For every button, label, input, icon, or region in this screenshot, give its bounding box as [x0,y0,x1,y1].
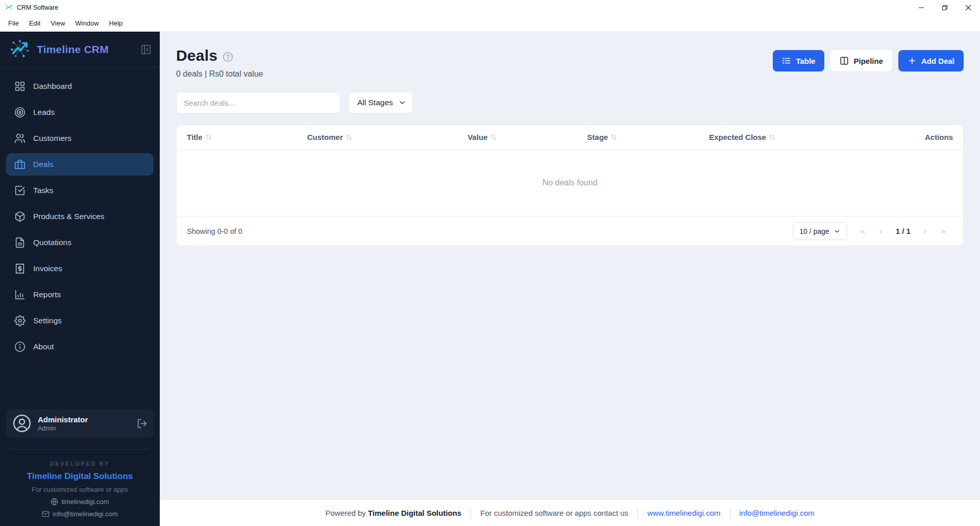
deals-table-card: TitleCustomerValueStageExpected CloseAct… [176,125,964,246]
empty-row: No deals found [177,150,963,216]
column-header-title[interactable]: Title [177,125,297,150]
next-page-button[interactable]: › [917,226,934,236]
add-deal-button[interactable]: Add Deal [898,50,964,71]
briefcase-icon [14,159,26,170]
chevron-down-icon [398,99,406,107]
footer-website-link[interactable]: www.timelinedigi.com [647,509,720,517]
menu-file[interactable]: File [3,17,24,30]
page-indicator: 1 / 1 [890,227,917,235]
sidebar-item-settings[interactable]: Settings [6,309,154,332]
window-title: CRM Software [17,4,58,11]
package-icon [14,211,26,222]
columns-icon [840,56,849,65]
column-header-customer[interactable]: Customer [297,125,457,150]
gear-icon [14,315,26,326]
bar-chart-icon [14,289,26,300]
developer-tagline: For customized software or apps [6,486,154,493]
chevron-down-icon [834,228,841,235]
column-header-stage[interactable]: Stage [577,125,699,150]
sidebar-item-label: Settings [33,316,62,325]
file-text-icon [14,237,26,248]
sidebar-item-customers[interactable]: Customers [6,127,154,150]
sort-icon [769,134,775,140]
deals-table: TitleCustomerValueStageExpected CloseAct… [177,125,963,216]
menu-bar: FileEditViewWindowHelp [0,15,980,32]
divider [471,508,471,518]
user-name: Administrator [38,415,131,424]
sidebar-bottom: Administrator Admin DEVELOPED BY Timelin… [0,409,160,526]
target-icon [14,107,26,118]
sidebar-item-tasks[interactable]: Tasks [6,179,154,202]
powered-by: Powered by Timeline Digital Solutions [326,509,461,517]
sidebar-item-products-services[interactable]: Products & Services [6,205,154,228]
restore-button[interactable] [933,0,957,15]
close-button[interactable] [957,0,980,15]
prev-page-button[interactable]: ‹ [872,226,890,236]
user-card[interactable]: Administrator Admin [6,409,154,438]
sidebar-item-label: Reports [33,290,61,299]
developed-by-label: DEVELOPED BY [6,461,154,467]
sidebar-item-label: Products & Services [33,212,105,221]
sidebar-item-reports[interactable]: Reports [6,283,154,306]
column-header-expected-close[interactable]: Expected Close [699,125,854,150]
menu-view[interactable]: View [45,17,70,30]
sidebar-item-label: Customers [33,134,71,143]
menu-help[interactable]: Help [104,17,128,30]
sidebar: Timeline CRM DashboardLeadsCustomersDeal… [0,32,160,526]
logout-button[interactable] [137,418,148,429]
page-size-select[interactable]: 10 / page [793,222,847,240]
last-page-button[interactable]: » [934,226,953,236]
sort-icon [610,134,617,140]
sidebar-item-about[interactable]: About [6,336,154,358]
app-window: CRM Software FileEditViewWindowHelp [0,0,980,526]
mail-icon [42,510,50,518]
search-input[interactable] [176,92,340,113]
column-header-actions: Actions [854,125,963,150]
title-bar: CRM Software [0,0,980,15]
app-footer: Powered by Timeline Digital Solutions Fo… [160,499,980,526]
users-icon [14,133,26,144]
pipeline-view-button[interactable]: Pipeline [830,50,892,71]
sidebar-item-label: About [33,342,54,351]
menu-window[interactable]: Window [70,17,104,30]
developer-website[interactable]: timelinedigi.com [6,498,154,506]
table-view-button[interactable]: Table [773,50,824,71]
sidebar-item-quotations[interactable]: Quotations [6,231,154,254]
sidebar-item-dashboard[interactable]: Dashboard [6,75,154,98]
divider [10,449,150,449]
footer-email-link[interactable]: info@timelinedigi.com [740,509,815,517]
sidebar-item-invoices[interactable]: Invoices [6,257,154,280]
sidebar-item-label: Deals [33,160,54,169]
receipt-icon [14,263,26,274]
user-role: Admin [38,425,131,432]
brand-logo-icon [9,38,31,61]
sidebar-item-label: Dashboard [33,82,72,91]
page-title: Deals [176,47,217,64]
divider [730,508,730,518]
column-header-value[interactable]: Value [457,125,577,150]
sidebar-collapse-button[interactable] [140,44,152,55]
list-icon [782,56,791,65]
app-logo-icon [5,3,13,13]
sort-icon [346,134,352,140]
developer-email[interactable]: info@timelinedigi.com [6,510,154,518]
deals-summary: 0 deals | Rs0 total value [176,69,263,79]
developer-company[interactable]: Timeline Digital Solutions [6,471,154,482]
menu-edit[interactable]: Edit [24,17,45,30]
globe-icon [51,498,58,506]
sidebar-item-label: Leads [33,108,55,117]
footer-contact-text: For customized software or apps contact … [480,509,628,517]
minimize-button[interactable] [910,0,933,15]
sidebar-nav: DashboardLeadsCustomersDealsTasksProduct… [0,67,160,362]
first-page-button[interactable]: « [853,226,872,236]
sidebar-item-deals[interactable]: Deals [6,153,154,176]
main-area: Deals 0 deals | Rs0 total value [160,32,980,526]
brand-name: Timeline CRM [37,43,134,56]
stage-filter-select[interactable]: All Stages [349,92,413,113]
empty-state-text: No deals found [177,150,963,216]
sidebar-item-leads[interactable]: Leads [6,101,154,124]
pagination-bar: Showing 0-0 of 0 10 / page « ‹ 1 / 1 [177,216,963,246]
info-icon [14,341,26,352]
sidebar-item-label: Invoices [33,264,62,273]
help-icon[interactable] [223,52,233,62]
